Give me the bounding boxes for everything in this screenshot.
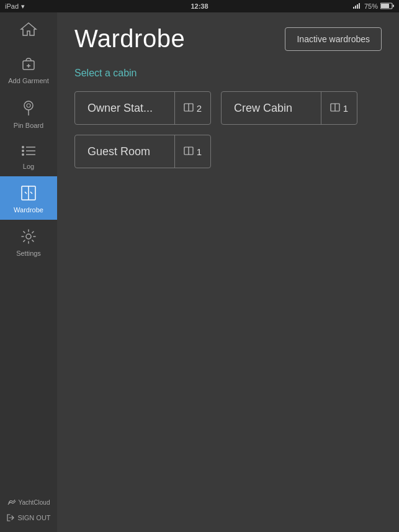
pin-icon — [21, 99, 36, 119]
cabin-name-owner-stateroom: Owner Stat... — [75, 102, 174, 115]
svg-point-10 — [24, 101, 33, 110]
svg-point-12 — [27, 104, 30, 107]
wardrobe-badge-icon — [184, 103, 194, 114]
svg-line-22 — [30, 192, 32, 194]
cabin-count-guest-room: 1 — [197, 147, 202, 157]
cabin-badge-guest-room: 1 — [174, 135, 210, 168]
sidebar-item-pin-board[interactable]: Pin Board — [0, 91, 57, 135]
wardrobe-icon — [20, 185, 37, 204]
sign-out-button[interactable]: SIGN OUT — [1, 511, 55, 525]
status-bar-left: iPad ▾ — [5, 2, 25, 11]
cabin-badge-owner-stateroom: 2 — [174, 92, 210, 124]
sidebar-item-add-garment-label: Add Garment — [8, 77, 48, 84]
battery-label: 75% — [364, 2, 378, 10]
sidebar-item-home[interactable] — [0, 12, 57, 46]
sidebar-item-log-label: Log — [23, 163, 34, 170]
device-label: iPad — [5, 2, 19, 10]
bag-icon — [20, 55, 37, 74]
cabin-name-guest-room: Guest Room — [75, 145, 174, 158]
wardrobe-badge-icon-guest — [184, 147, 194, 157]
svg-rect-6 — [393, 4, 394, 7]
sign-out-label: SIGN OUT — [17, 514, 50, 521]
cabin-name-crew-cabin: Crew Cabin — [222, 102, 321, 115]
sidebar-item-settings-label: Settings — [16, 250, 41, 257]
cabin-card-crew-cabin[interactable]: Crew Cabin 1 — [221, 91, 357, 125]
cabin-count-crew-cabin: 1 — [343, 103, 348, 114]
brand-label: YachtCloud — [19, 499, 50, 506]
status-bar: iPad ▾ 12:38 75% — [0, 0, 399, 12]
sidebar-bottom: YachtCloud SIGN OUT — [0, 498, 57, 532]
svg-point-23 — [26, 234, 31, 239]
sidebar-item-log[interactable]: Log — [0, 135, 57, 176]
svg-point-13 — [22, 146, 24, 148]
dropdown-icon: ▾ — [21, 2, 25, 11]
sidebar-item-settings[interactable]: Settings — [0, 220, 57, 263]
main-header: Wardrobe Inactive wardrobes — [74, 25, 382, 53]
sidebar: Add Garment Pin Board Log — [0, 12, 57, 532]
page-title: Wardrobe — [74, 25, 185, 53]
svg-point-15 — [22, 150, 24, 152]
svg-rect-5 — [381, 4, 389, 8]
wardrobe-badge-icon-crew — [330, 103, 340, 114]
status-bar-time: 12:38 — [191, 2, 208, 10]
cabin-count-owner-stateroom: 2 — [197, 103, 202, 114]
svg-rect-2 — [357, 4, 358, 9]
cabin-badge-crew-cabin: 1 — [321, 92, 357, 124]
cabin-card-owner-stateroom[interactable]: Owner Stat... 2 — [74, 91, 211, 125]
signal-icon — [353, 2, 362, 10]
main-content: Wardrobe Inactive wardrobes Select a cab… — [57, 12, 399, 532]
battery-icon — [380, 2, 394, 11]
cabin-card-guest-room[interactable]: Guest Room 1 — [74, 135, 211, 168]
inactive-wardrobes-button[interactable]: Inactive wardrobes — [285, 27, 382, 51]
home-icon — [20, 21, 37, 40]
svg-line-21 — [25, 192, 27, 194]
sidebar-item-add-garment[interactable]: Add Garment — [0, 46, 57, 91]
svg-rect-3 — [359, 3, 360, 9]
brand-logo: YachtCloud — [7, 498, 50, 506]
svg-rect-0 — [353, 7, 354, 9]
sidebar-item-pin-board-label: Pin Board — [14, 122, 43, 129]
section-title: Select a cabin — [74, 68, 382, 79]
status-bar-right: 75% — [353, 2, 394, 11]
sidebar-item-wardrobe-label: Wardrobe — [14, 206, 43, 214]
gear-icon — [20, 228, 37, 247]
svg-rect-1 — [355, 6, 356, 9]
cabin-grid: Owner Stat... 2 Crew Cabin — [74, 91, 382, 168]
sidebar-item-wardrobe[interactable]: Wardrobe — [0, 176, 57, 220]
svg-point-17 — [22, 153, 24, 156]
list-icon — [20, 144, 37, 160]
